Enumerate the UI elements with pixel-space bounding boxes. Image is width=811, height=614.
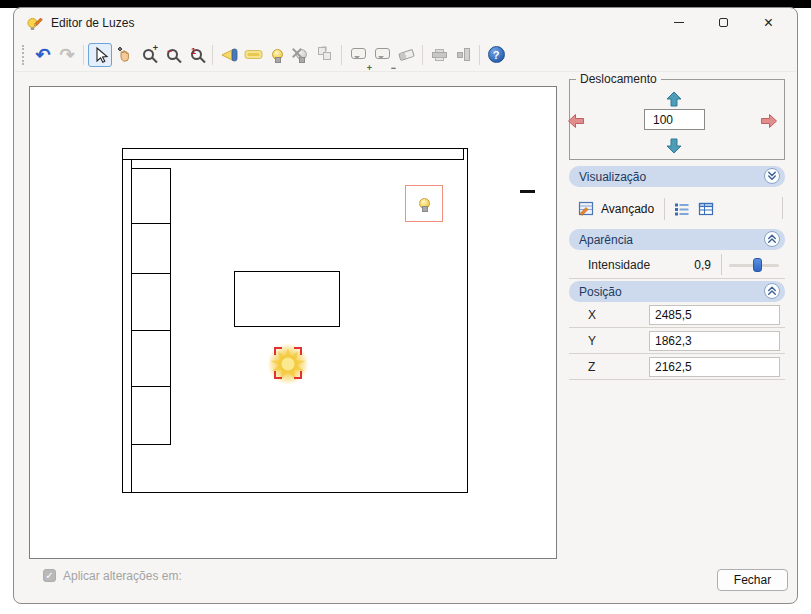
- toolbar-separator: [479, 45, 480, 65]
- close-button[interactable]: ×: [746, 8, 791, 37]
- help-button[interactable]: ?: [484, 43, 508, 67]
- linear-light-icon: [244, 48, 263, 61]
- avancado-button[interactable]: Avançado: [573, 197, 659, 220]
- axis-x-label: X: [588, 308, 596, 322]
- apply-changes-checkbox[interactable]: ✓: [43, 569, 56, 582]
- add-linear-light-button[interactable]: [241, 43, 265, 67]
- pan-hand-icon: [115, 46, 133, 64]
- delete-light-button[interactable]: [289, 43, 313, 67]
- pan-tool-button[interactable]: [112, 43, 136, 67]
- duplicate-light-button[interactable]: [313, 43, 337, 67]
- chevron-double-up-icon: [765, 284, 779, 298]
- redo-icon: ↷: [59, 46, 74, 64]
- main-toolbar: ↶ ↷ + − 1: [15, 38, 796, 72]
- position-row-y: Y: [569, 328, 785, 354]
- deslocamento-label: Deslocamento: [576, 72, 661, 86]
- intensity-label: Intensidade: [588, 258, 650, 272]
- section-posicao-header[interactable]: Posição: [569, 281, 785, 302]
- chevron-double-up-icon: [765, 232, 779, 246]
- editor-de-luzes-window: Editor de Luzes × ↶ ↷ +: [13, 7, 798, 604]
- spot-light-cone-icon: [220, 47, 239, 63]
- cabinet-box: [131, 330, 171, 387]
- minimize-button[interactable]: [656, 8, 701, 37]
- add-annotation-button[interactable]: +: [346, 43, 370, 67]
- list-view-icon: [674, 201, 690, 217]
- add-point-light-button[interactable]: [265, 43, 289, 67]
- export-button[interactable]: [451, 43, 475, 67]
- collapse-section-button[interactable]: [764, 283, 780, 299]
- apply-changes-label: Aplicar alterações em:: [63, 569, 182, 583]
- selected-light-bulb[interactable]: [405, 185, 443, 222]
- nudge-left-button[interactable]: [567, 113, 585, 129]
- chevron-double-down-icon: [765, 169, 779, 183]
- maximize-button[interactable]: [701, 8, 746, 37]
- select-tool-button[interactable]: [88, 43, 112, 67]
- cabinet-box: [131, 273, 171, 331]
- printer-icon: [432, 49, 447, 61]
- remove-annotation-button[interactable]: −: [370, 43, 394, 67]
- nudge-down-button[interactable]: [665, 138, 683, 154]
- table-view-icon: [698, 201, 714, 217]
- toolbar-separator: [782, 197, 783, 219]
- selection-bracket: [294, 347, 302, 355]
- selection-bracket: [274, 347, 282, 355]
- toolbar-separator: [664, 198, 665, 220]
- posicao-label: Posição: [579, 285, 622, 299]
- export-panel-icon: [456, 48, 471, 61]
- intensity-slider[interactable]: [729, 264, 779, 267]
- collapse-section-button[interactable]: [764, 231, 780, 247]
- advanced-toolbar: Avançado: [569, 191, 785, 226]
- floorplan-canvas[interactable]: [29, 86, 557, 559]
- point-light-bulb-icon: [272, 49, 283, 60]
- intensity-row: Intensidade 0,9: [569, 250, 785, 279]
- selection-bracket: [274, 371, 282, 379]
- fechar-label: Fechar: [734, 573, 771, 587]
- print-button[interactable]: [427, 43, 451, 67]
- expand-section-button[interactable]: [764, 168, 780, 184]
- zoom-out-minus-badge: −: [167, 47, 172, 56]
- position-y-input[interactable]: [649, 331, 780, 351]
- annotation-bubble-icon: [351, 48, 366, 59]
- app-lightbulb-pencil-icon: [26, 15, 43, 32]
- avancado-label: Avançado: [601, 202, 654, 216]
- zoom-out-tool-button[interactable]: −: [160, 43, 184, 67]
- toolbar-separator: [83, 45, 84, 65]
- eraser-button[interactable]: [394, 43, 418, 67]
- nudge-right-button[interactable]: [760, 113, 778, 129]
- minimize-icon: [674, 22, 684, 23]
- zoom-in-tool-button[interactable]: +: [136, 43, 160, 67]
- window-title: Editor de Luzes: [51, 16, 134, 30]
- intensity-value[interactable]: 0,9: [649, 258, 711, 272]
- table-view-button[interactable]: [694, 197, 718, 221]
- toolbar-grip[interactable]: [22, 45, 25, 65]
- copy-arrow-icon: [321, 46, 329, 54]
- intensity-slider-thumb[interactable]: [753, 258, 762, 272]
- fechar-button[interactable]: Fechar: [717, 569, 788, 591]
- list-view-button[interactable]: [670, 197, 694, 221]
- undo-button[interactable]: ↶: [31, 43, 55, 67]
- window-controls: ×: [656, 8, 791, 38]
- position-row-z: Z: [569, 354, 785, 380]
- deslocamento-group: Deslocamento: [569, 79, 785, 160]
- maximize-icon: [719, 18, 728, 27]
- section-visualizacao-header[interactable]: Visualização: [569, 166, 785, 187]
- add-spot-light-button[interactable]: [217, 43, 241, 67]
- redo-button[interactable]: ↷: [55, 43, 79, 67]
- zoom-actual-tool-button[interactable]: 1: [184, 43, 208, 67]
- selected-glow-light[interactable]: [263, 339, 313, 389]
- deslocamento-step-input[interactable]: [644, 109, 705, 130]
- cabinet-box: [131, 223, 171, 274]
- position-x-input[interactable]: [649, 305, 780, 325]
- visualizacao-label: Visualização: [579, 170, 646, 184]
- position-row-x: X: [569, 302, 785, 328]
- cabinet-box: [131, 386, 171, 445]
- position-z-input[interactable]: [649, 357, 780, 377]
- title-bar[interactable]: Editor de Luzes ×: [14, 8, 797, 38]
- sun-star-icon: [263, 339, 313, 389]
- cursor-arrow-icon: [92, 46, 109, 63]
- checkmark-icon: ✓: [45, 571, 53, 581]
- bulb-icon: [419, 198, 430, 209]
- advanced-form-icon: [578, 200, 595, 217]
- nudge-up-button[interactable]: [665, 91, 683, 107]
- section-aparencia-header[interactable]: Aparência: [569, 229, 785, 250]
